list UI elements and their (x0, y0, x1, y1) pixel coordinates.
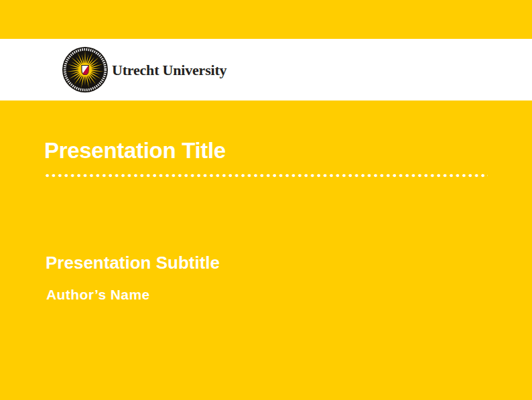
university-wordmark: Utrecht University (112, 63, 226, 78)
author-name: Author’s Name (46, 287, 150, 302)
dotted-divider (46, 174, 488, 178)
utrecht-university-logo-icon (62, 47, 108, 92)
title-slide: Utrecht University Presentation Title Pr… (0, 0, 532, 400)
presentation-title: Presentation Title (44, 139, 226, 161)
header-band: Utrecht University (0, 39, 532, 101)
presentation-subtitle: Presentation Subtitle (46, 254, 220, 271)
